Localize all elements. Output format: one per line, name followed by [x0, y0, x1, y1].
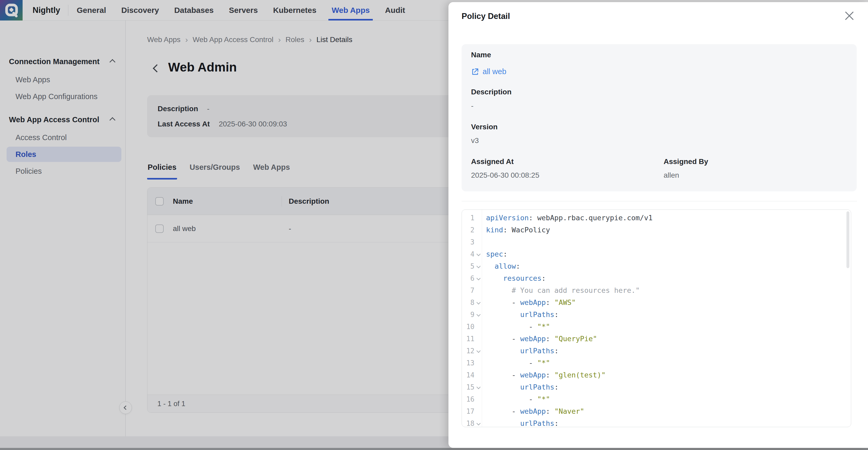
description-value: - [471, 102, 473, 110]
token-s: "AWS" [554, 298, 576, 306]
code-line[interactable]: 10 - "*" [462, 321, 851, 333]
fold-chevron-down-icon[interactable] [476, 252, 481, 256]
line-number: 2 [462, 224, 474, 236]
code-text: allow: [486, 260, 520, 272]
code-line[interactable]: 7 # You can add resources here." [462, 284, 851, 297]
token-v: - [486, 323, 537, 331]
line-number: 1 [462, 212, 474, 224]
line-number: 17 [462, 405, 474, 417]
line-number: 14 [462, 369, 474, 381]
token-p: : [554, 419, 559, 427]
token-v: - [486, 407, 520, 415]
token-k: webApp [520, 298, 546, 306]
token-p: : [529, 214, 533, 222]
token-k: urlPaths [520, 310, 554, 319]
code-text: resources: [486, 272, 546, 284]
code-text: - "*" [486, 393, 550, 405]
token-s: "*" [537, 359, 550, 367]
code-line[interactable]: 18 urlPaths: [462, 417, 851, 427]
code-line[interactable]: 4spec: [462, 248, 851, 260]
token-p: : [546, 335, 550, 343]
drawer-title: Policy Detail [462, 11, 510, 21]
code-line[interactable]: 12 urlPaths: [462, 345, 851, 357]
code-text: - webApp: "glen(test)" [486, 369, 606, 381]
fold-chevron-down-icon[interactable] [476, 300, 481, 305]
code-line[interactable]: 9 urlPaths: [462, 308, 851, 321]
code-line[interactable]: 11 - webApp: "QueryPie" [462, 333, 851, 345]
line-number: 6 [462, 272, 474, 284]
token-k: urlPaths [520, 419, 554, 427]
token-v [486, 419, 520, 427]
code-text: urlPaths: [486, 345, 559, 357]
code-line[interactable]: 1apiVersion: webApp.rbac.querypie.com/v1 [462, 212, 851, 224]
fold-chevron-down-icon[interactable] [476, 385, 481, 389]
code-text: urlPaths: [486, 417, 559, 427]
policy-detail-drawer: Policy Detail Name all web Description -… [448, 2, 868, 448]
token-k: resources [503, 274, 541, 282]
token-p: : [546, 298, 550, 306]
assigned-by-value: allen [663, 171, 679, 180]
line-number: 15 [462, 381, 474, 393]
line-number: 11 [462, 333, 474, 345]
fold-chevron-down-icon[interactable] [476, 312, 481, 317]
editor-scrollbar-thumb[interactable] [846, 211, 849, 268]
token-s: "Naver" [554, 407, 584, 415]
line-number: 7 [462, 284, 474, 297]
fold-chevron-down-icon[interactable] [476, 264, 481, 268]
token-c: # You can add resources here." [512, 286, 640, 294]
fold-chevron-down-icon[interactable] [476, 421, 481, 425]
token-k: kind [486, 226, 503, 234]
token-v: - [486, 298, 520, 306]
code-text: # You can add resources here." [486, 284, 640, 297]
close-button[interactable] [842, 9, 856, 23]
fold-chevron-down-icon[interactable] [476, 349, 481, 353]
code-text: - webApp: "QueryPie" [486, 333, 597, 345]
line-number: 8 [462, 297, 474, 308]
token-v [486, 274, 503, 282]
token-k: allow [495, 262, 516, 270]
line-number: 13 [462, 357, 474, 369]
code-text: kind: WacPolicy [486, 224, 550, 236]
token-v [550, 371, 554, 379]
token-s: "glen(test)" [554, 371, 606, 379]
token-p: : [546, 407, 550, 415]
policy-summary-card: Name all web Description - Version v3 As… [462, 44, 857, 191]
version-label: Version [471, 123, 498, 131]
version-value: v3 [471, 137, 479, 145]
token-p: : [516, 262, 520, 270]
token-k: webApp [520, 371, 546, 379]
assigned-at-value: 2025-06-30 00:08:25 [471, 171, 539, 180]
code-line[interactable]: 16 - "*" [462, 393, 851, 405]
code-text: spec: [486, 248, 507, 260]
code-line[interactable]: 14 - webApp: "glen(test)" [462, 369, 851, 381]
code-line[interactable]: 6 resources: [462, 272, 851, 284]
code-text: - "*" [486, 357, 550, 369]
line-number: 12 [462, 345, 474, 357]
token-v [550, 335, 554, 343]
token-v [486, 262, 495, 270]
token-p: : [503, 250, 507, 258]
code-text: apiVersion: webApp.rbac.querypie.com/v1 [486, 212, 653, 224]
close-icon [842, 9, 856, 23]
line-number: 5 [462, 260, 474, 272]
code-line[interactable]: 5 allow: [462, 260, 851, 272]
code-line[interactable]: 2kind: WacPolicy [462, 224, 851, 236]
line-number: 18 [462, 417, 474, 427]
code-text: urlPaths: [486, 308, 559, 321]
name-label: Name [471, 51, 491, 59]
token-v [486, 347, 520, 355]
token-v [486, 286, 512, 294]
policy-name-link[interactable]: all web [471, 67, 506, 76]
fold-chevron-down-icon[interactable] [476, 276, 481, 280]
code-line[interactable]: 8 - webApp: "AWS" [462, 297, 851, 308]
code-line[interactable]: 13 - "*" [462, 357, 851, 369]
policy-yaml-editor[interactable]: 1apiVersion: webApp.rbac.querypie.com/v1… [462, 209, 851, 427]
token-p: : [541, 274, 546, 282]
token-v: - [486, 395, 537, 403]
code-line[interactable]: 3 [462, 236, 851, 248]
code-line[interactable]: 15 urlPaths: [462, 381, 851, 393]
external-link-icon [471, 68, 479, 76]
token-v [550, 298, 554, 306]
code-line[interactable]: 17 - webApp: "Naver" [462, 405, 851, 417]
token-k: webApp [520, 407, 546, 415]
